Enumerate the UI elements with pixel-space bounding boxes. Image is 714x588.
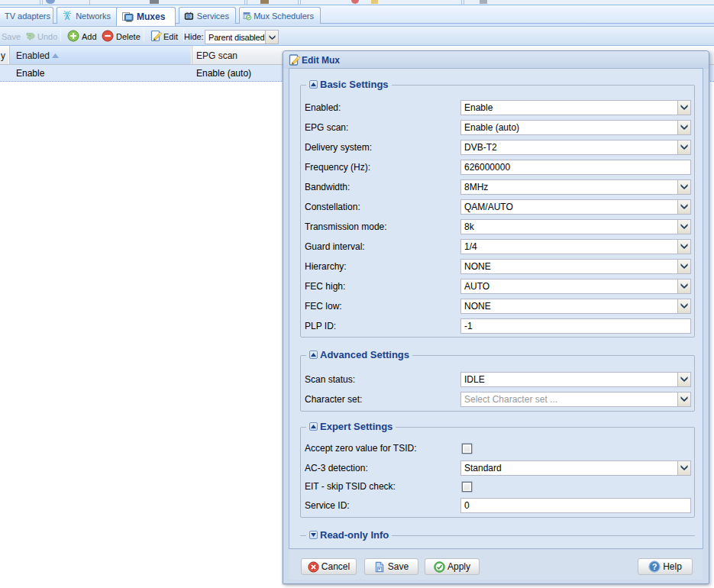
svg-text:?: ? (652, 562, 657, 571)
